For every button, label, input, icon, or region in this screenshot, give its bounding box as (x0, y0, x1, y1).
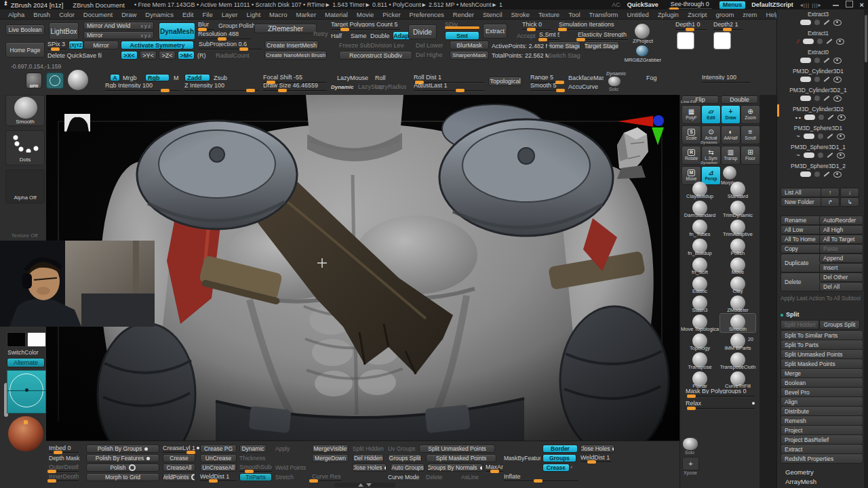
insert-button[interactable]: Insert (819, 263, 863, 272)
delete-quicksave-button[interactable]: Delete QuickSave files (47, 51, 102, 60)
uncrease-button[interactable]: UnCrease (200, 454, 237, 462)
nav-scale-button[interactable]: SScale (682, 125, 701, 144)
menu-stroke[interactable]: Stroke (511, 11, 530, 18)
del-hidden-button[interactable]: Del Hidden (353, 454, 384, 462)
eye-icon[interactable] (836, 39, 844, 45)
eye-icon[interactable] (833, 20, 842, 26)
nav-polyf-button[interactable]: ▦PolyF (682, 105, 701, 124)
solo-button[interactable] (683, 438, 698, 450)
delete-button[interactable]: Delete (781, 272, 823, 291)
subtool-pm3d_cylinder3d2[interactable]: PM3D_Cylinder3D2 (777, 106, 859, 113)
double-view-button[interactable]: Double (721, 96, 758, 104)
subtool-pm3d_cylinder3d1[interactable]: PM3D_Cylinder3D1 (777, 68, 859, 75)
weld-points-label[interactable]: Weld Points (275, 464, 307, 472)
anchor-toggle[interactable]: A (110, 74, 120, 81)
groups-split-button[interactable]: Groups Split (388, 454, 422, 462)
eye-icon[interactable] (837, 134, 845, 140)
paint-icon[interactable] (800, 77, 811, 82)
folder-indent-button[interactable]: ↳ (840, 197, 859, 207)
sculpt-canvas[interactable] (46, 95, 679, 441)
sharpenmask-button[interactable]: SharpenMask (450, 51, 489, 60)
depth1-slider[interactable]: Depth1 0 (675, 21, 707, 30)
menu-layer[interactable]: Layer (222, 11, 238, 18)
zadd-toggle[interactable]: Zadd (184, 74, 210, 81)
split-split-to-parts-button[interactable]: Split To Parts (781, 340, 863, 350)
menu-stencil[interactable]: Stencil (483, 11, 502, 18)
menu-render[interactable]: Render (453, 11, 474, 18)
move-down-button[interactable]: ↓ (840, 188, 859, 197)
menu-draw[interactable]: Draw (121, 11, 136, 18)
split-project-basrelief-button[interactable]: Project BasRelief (781, 434, 863, 445)
stroke-preview-dots[interactable]: Dots (5, 130, 45, 165)
subtool-pm3d_sphere3d1[interactable]: PM3D_Sphere3D1 (777, 125, 859, 131)
smt-toggle[interactable]: Smt (445, 31, 479, 40)
uv-icon[interactable] (818, 152, 823, 158)
menu-color[interactable]: Color (59, 11, 75, 18)
m-toggle[interactable]: M (174, 74, 182, 81)
seethrough-slider[interactable]: See-through 0 (668, 1, 712, 9)
triparts-button[interactable]: TriParts (239, 473, 272, 481)
zremesher-button[interactable]: ZRemesher (254, 24, 317, 33)
divide-button[interactable]: Divide (408, 24, 437, 39)
polish-by-features-button[interactable]: Polish By Features (86, 454, 159, 462)
list-all-button[interactable]: List All (781, 188, 823, 197)
brush-icon[interactable] (827, 134, 833, 139)
close-holes-button[interactable]: Close Holes (353, 464, 387, 472)
rgb-intensity-slider[interactable]: Rgb Intensity 100 (105, 82, 180, 91)
depth2-slider[interactable]: Depth2 1 (713, 21, 743, 30)
paint-icon[interactable] (804, 152, 814, 158)
split-split-to-similar-parts-button[interactable]: Split To Similar Parts (781, 330, 863, 340)
welddist2-slider[interactable]: WeldDist 1 (580, 454, 612, 462)
mrgb-toggle[interactable]: Mrgb (123, 74, 139, 81)
rename-button[interactable]: Rename (781, 216, 823, 225)
relax-slider[interactable]: Relax (686, 400, 755, 409)
alternate-button[interactable]: Alternate (7, 358, 45, 367)
home-stage-button[interactable]: Home Stage (548, 41, 580, 50)
material-preview-sphere[interactable] (8, 416, 43, 451)
eye-icon[interactable] (833, 77, 842, 83)
move-up-button[interactable]: ↑ (821, 188, 840, 197)
section-arraymesh[interactable]: ArrayMesh (785, 477, 853, 485)
menu-dynamics[interactable]: Dynamics (145, 11, 174, 18)
menu-light[interactable]: Light (246, 11, 260, 18)
xyz-symmetry-button[interactable]: (X)YZ (68, 41, 83, 49)
menu-marker[interactable]: Marker (296, 11, 317, 18)
uv-groups-label[interactable]: Uv Groups (388, 445, 415, 453)
double-button[interactable]: Double (370, 31, 392, 40)
subtool-extract1[interactable]: Extract1 (777, 30, 859, 37)
crease-pg-button[interactable]: Crease PG (200, 445, 237, 453)
split-boolean-button[interactable]: Boolean (781, 378, 863, 388)
split-unmasked-button[interactable]: Split Unmasked Points (419, 445, 495, 453)
split-split-unmasked-points-button[interactable]: Split Unmasked Points (781, 349, 863, 359)
live-boolean-button[interactable]: Live Boolean (5, 24, 45, 35)
duplicate-button[interactable]: Duplicate (781, 253, 823, 272)
resolution-slider[interactable]: Resolution 488 (198, 30, 251, 39)
close-button[interactable]: × (860, 1, 864, 9)
uncreaseall-button[interactable]: UnCreaseAll (200, 464, 237, 472)
uv-icon[interactable] (818, 115, 824, 120)
split-hidden-button[interactable]: Split Hidden (781, 320, 819, 329)
nav-draw-button[interactable]: +Draw (721, 105, 741, 124)
split-section-header[interactable]: Split (786, 310, 820, 319)
menu-file[interactable]: File (202, 11, 212, 18)
eye-icon[interactable] (833, 171, 842, 178)
sym-y-button[interactable]: >Y< (140, 51, 157, 60)
same-button[interactable]: Same (351, 31, 368, 40)
accucurve-toggle[interactable]: AccuCurve (568, 83, 598, 90)
mirror-and-weld-button[interactable]: Mirror And Weldx y z (83, 22, 154, 30)
groups-button[interactable]: Groups (542, 454, 576, 462)
split-masked-button[interactable]: Split Masked Points (426, 454, 496, 462)
restore-button[interactable] (846, 1, 853, 9)
eye-icon[interactable] (833, 96, 842, 102)
color-picker[interactable] (7, 370, 46, 413)
nav-edit-button[interactable]: ▱Edit (701, 105, 721, 124)
crease-button[interactable]: Crease (163, 454, 195, 462)
paint-icon[interactable] (800, 96, 811, 101)
zproject-icon[interactable] (635, 24, 650, 39)
brush-icon[interactable] (826, 39, 832, 44)
sym-m-button[interactable]: >M< (178, 51, 195, 60)
menu-tool[interactable]: Tool (568, 11, 580, 18)
elasticity-slider[interactable]: Elasticity Strength 0 (578, 31, 628, 40)
uv-icon[interactable] (814, 77, 820, 82)
menu-edit[interactable]: Edit (182, 11, 193, 18)
